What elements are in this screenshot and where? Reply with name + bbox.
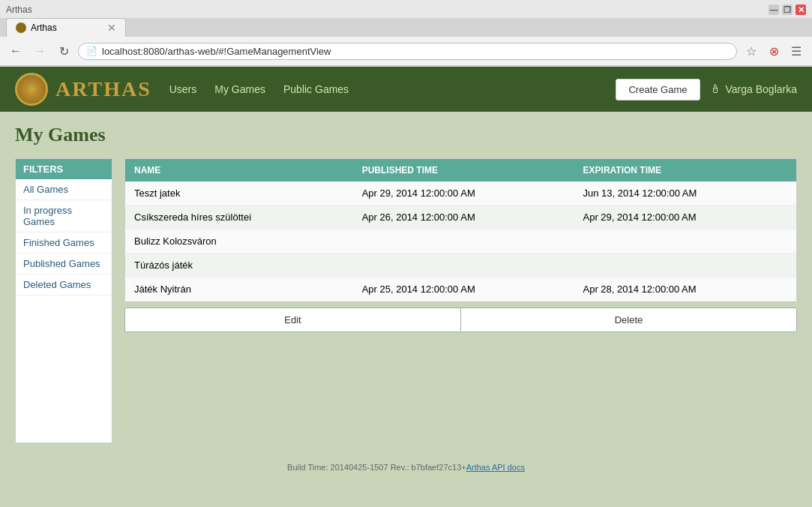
table-cell-expiration_time: Apr 29, 2014 12:00:00 AM — [574, 206, 797, 230]
bookmark-button[interactable]: ☆ — [742, 41, 761, 61]
compass-icon: ✦ — [25, 80, 38, 98]
table-cell-expiration_time — [574, 254, 797, 278]
table-header: NAME PUBLISHED TIME EXPIRATION TIME — [125, 159, 797, 182]
page-title: My Games — [15, 124, 797, 146]
menu-button[interactable]: ☰ — [787, 41, 806, 61]
api-docs-link[interactable]: Arthas API docs — [466, 463, 525, 472]
browser-chrome: Arthas — ❐ ✕ Arthas ✕ ← → ↻ 📄 localhost:… — [0, 0, 812, 67]
forward-button[interactable]: → — [30, 41, 49, 61]
edit-button[interactable]: Edit — [124, 308, 461, 332]
sidebar-item-deleted[interactable]: Deleted Games — [16, 274, 112, 296]
table-cell-published_time — [353, 254, 574, 278]
table-row[interactable]: Bulizz Kolozsváron — [125, 230, 797, 254]
toolbar-icons: ☆ ⊗ ☰ — [742, 41, 806, 61]
table-row[interactable]: Túrázós játék — [125, 254, 797, 278]
table-cell-name: Túrázós játék — [125, 254, 353, 278]
header-right: Create Game 🕯 Varga Boglarka — [616, 79, 797, 100]
table-cell-name: Játék Nyitrán — [125, 278, 353, 302]
sidebar-item-in-progress[interactable]: In progress Games — [16, 200, 112, 232]
app-nav: Users My Games Public Games — [169, 83, 349, 95]
sidebar-item-all-games[interactable]: All Games — [16, 179, 112, 200]
reload-button[interactable]: ↻ — [54, 41, 73, 61]
table-cell-published_time: Apr 25, 2014 12:00:00 AM — [353, 278, 574, 302]
back-button[interactable]: ← — [6, 41, 25, 61]
table-cell-published_time: Apr 29, 2014 12:00:00 AM — [353, 182, 574, 206]
table-cell-published_time: Apr 26, 2014 12:00:00 AM — [353, 206, 574, 230]
tab-bar: Arthas ✕ — [0, 18, 812, 37]
build-text: Build Time: 20140425-1507 Rev.: b7bfaef2… — [287, 463, 466, 472]
logo-icon: ✦ — [15, 73, 48, 106]
tab-title: Arthas — [31, 22, 57, 33]
app-header: ✦ ARTHAS Users My Games Public Games Cre… — [0, 67, 812, 112]
nav-users[interactable]: Users — [169, 83, 197, 95]
table-cell-name: Bulizz Kolozsváron — [125, 230, 353, 254]
app-footer: Build Time: 20140425-1507 Rev.: b7bfaef2… — [0, 455, 812, 479]
close-button[interactable]: ✕ — [796, 4, 806, 15]
games-table: NAME PUBLISHED TIME EXPIRATION TIME Tesz… — [124, 158, 797, 302]
tab-close-icon[interactable]: ✕ — [107, 22, 116, 33]
table-cell-expiration_time — [574, 230, 797, 254]
sidebar-item-finished[interactable]: Finished Games — [16, 232, 112, 254]
page-icon: 📄 — [86, 46, 97, 56]
table-cell-expiration_time: Apr 28, 2014 12:00:00 AM — [574, 278, 797, 302]
user-info: 🕯 Varga Boglarka — [709, 82, 797, 96]
app-logo: ✦ ARTHAS — [15, 73, 151, 106]
url-text: localhost:8080/arthas-web/#!GameManageme… — [102, 46, 331, 57]
col-published-time: PUBLISHED TIME — [353, 159, 574, 182]
action-buttons: Edit Delete — [124, 308, 797, 332]
col-expiration-time: EXPIRATION TIME — [574, 159, 797, 182]
sidebar-item-published[interactable]: Published Games — [16, 254, 112, 274]
user-icon: 🕯 — [709, 82, 721, 96]
minimize-button[interactable]: — — [769, 4, 779, 15]
page-title-area: My Games — [0, 112, 812, 152]
main-content: FILTERS All Games In progress Games Fini… — [0, 152, 812, 455]
browser-toolbar: ← → ↻ 📄 localhost:8080/arthas-web/#!Game… — [0, 37, 812, 66]
nav-public-games[interactable]: Public Games — [283, 83, 349, 95]
table-row[interactable]: Játék NyitránApr 25, 2014 12:00:00 AMApr… — [125, 278, 797, 302]
browser-tab[interactable]: Arthas ✕ — [6, 18, 126, 37]
browser-titlebar: Arthas — ❐ ✕ — [0, 0, 812, 18]
maximize-button[interactable]: ❐ — [782, 4, 793, 15]
window-title: Arthas — [6, 4, 32, 15]
table-row[interactable]: Csíkszereda híres szülötteiApr 26, 2014 … — [125, 206, 797, 230]
table-cell-name: Teszt jatek — [125, 182, 353, 206]
table-header-row: NAME PUBLISHED TIME EXPIRATION TIME — [125, 159, 797, 182]
table-cell-name: Csíkszereda híres szülöttei — [125, 206, 353, 230]
col-name: NAME — [125, 159, 353, 182]
app-title: ARTHAS — [55, 77, 151, 101]
favicon-icon — [16, 22, 26, 33]
delete-button[interactable]: Delete — [460, 308, 797, 332]
create-game-button[interactable]: Create Game — [616, 79, 700, 100]
sidebar: FILTERS All Games In progress Games Fini… — [15, 158, 112, 443]
table-area: NAME PUBLISHED TIME EXPIRATION TIME Tesz… — [124, 158, 797, 443]
table-cell-published_time — [353, 230, 574, 254]
nav-my-games[interactable]: My Games — [214, 83, 265, 95]
table-body: Teszt jatekApr 29, 2014 12:00:00 AMJun 1… — [125, 182, 797, 302]
address-bar[interactable]: 📄 localhost:8080/arthas-web/#!GameManage… — [78, 43, 737, 60]
stop-button[interactable]: ⊗ — [764, 41, 784, 61]
app-wrapper: ✦ ARTHAS Users My Games Public Games Cre… — [0, 67, 812, 491]
table-row[interactable]: Teszt jatekApr 29, 2014 12:00:00 AMJun 1… — [125, 182, 797, 206]
table-cell-expiration_time: Jun 13, 2014 12:00:00 AM — [574, 182, 797, 206]
user-name: Varga Boglarka — [726, 83, 797, 95]
sidebar-header: FILTERS — [16, 159, 112, 179]
